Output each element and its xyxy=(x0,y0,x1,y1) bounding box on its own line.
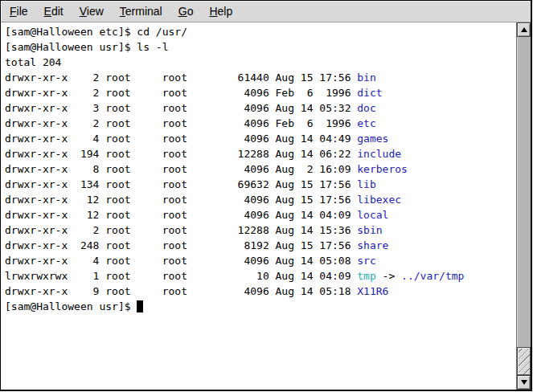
terminal-line: drwxr-xr-x 2 root root 4096 Feb 6 1996 d… xyxy=(5,85,516,100)
menu-item-mnemonic: T xyxy=(120,5,125,18)
terminal-line: [sam@Halloween usr]$ ls -l xyxy=(5,39,516,55)
triangle-up-icon xyxy=(521,27,527,32)
menu-bar: FileEditViewTerminalGoHelp xyxy=(1,1,531,22)
scrollbar-thumb[interactable] xyxy=(517,347,531,375)
scrollbar[interactable] xyxy=(516,22,531,390)
scroll-up-button[interactable] xyxy=(517,22,531,37)
menu-item-go[interactable]: Go xyxy=(170,2,202,22)
terminal-line: total 204 xyxy=(5,55,516,70)
terminal-line: [sam@Halloween usr]$ xyxy=(5,299,516,314)
window-content: [sam@Halloween etc]$ cd /usr/[sam@Hallow… xyxy=(1,22,531,390)
menu-item-view[interactable]: View xyxy=(72,2,112,22)
menu-item-mnemonic: E xyxy=(44,5,51,18)
scroll-down-button[interactable] xyxy=(517,375,531,390)
menu-item-help[interactable]: Help xyxy=(201,2,240,22)
terminal-line: drwxr-xr-x 9 root root 4096 Aug 14 05:18… xyxy=(5,284,516,299)
terminal-line: drwxr-xr-x 4 root root 4096 Aug 14 05:08… xyxy=(5,253,516,268)
menu-item-file[interactable]: File xyxy=(2,2,36,22)
scrollbar-trough[interactable] xyxy=(517,37,531,375)
terminal-line: drwxr-xr-x 3 root root 4096 Aug 14 05:32… xyxy=(5,100,516,116)
terminal-line: drwxr-xr-x 194 root root 12288 Aug 14 06… xyxy=(5,146,516,161)
terminal-line: [sam@Halloween etc]$ cd /usr/ xyxy=(5,24,516,39)
menu-item-mnemonic: H xyxy=(209,5,217,18)
triangle-down-icon xyxy=(521,380,527,385)
terminal-line: drwxr-xr-x 134 root root 69632 Aug 15 17… xyxy=(5,177,516,192)
menu-item-mnemonic: V xyxy=(80,5,87,18)
terminal-line: drwxr-xr-x 8 root root 4096 Aug 2 16:09 … xyxy=(5,161,516,177)
terminal-line: drwxr-xr-x 4 root root 4096 Aug 14 04:49… xyxy=(5,131,516,146)
terminal-line: lrwxrwxrwx 1 root root 10 Aug 14 04:09 t… xyxy=(5,268,516,284)
terminal-line: drwxr-xr-x 12 root root 4096 Aug 15 17:5… xyxy=(5,192,516,207)
terminal-line: drwxr-xr-x 2 root root 4096 Feb 6 1996 e… xyxy=(5,116,516,131)
terminal-line: drwxr-xr-x 248 root root 8192 Aug 15 17:… xyxy=(5,238,516,253)
menu-item-edit[interactable]: Edit xyxy=(36,2,72,22)
terminal-line: drwxr-xr-x 2 root root 12288 Aug 14 15:3… xyxy=(5,223,516,238)
menu-item-mnemonic: G xyxy=(178,5,187,18)
terminal-window: FileEditViewTerminalGoHelp [sam@Hallowee… xyxy=(0,0,532,391)
menu-item-terminal[interactable]: Terminal xyxy=(112,2,170,22)
menu-item-mnemonic: F xyxy=(10,5,17,18)
terminal-cursor xyxy=(137,300,143,312)
terminal-line: drwxr-xr-x 12 root root 4096 Aug 14 04:0… xyxy=(5,207,516,223)
terminal-line: drwxr-xr-x 2 root root 61440 Aug 15 17:5… xyxy=(5,70,516,85)
terminal-screen[interactable]: [sam@Halloween etc]$ cd /usr/[sam@Hallow… xyxy=(1,22,516,390)
